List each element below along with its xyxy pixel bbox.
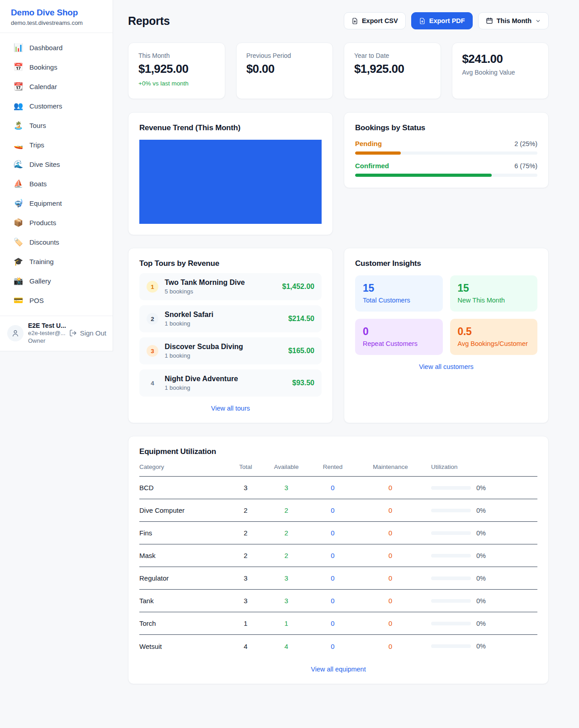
export-csv-button[interactable]: Export CSV xyxy=(344,12,406,29)
tours-icon: 🏝️ xyxy=(14,122,23,129)
sign-out-icon xyxy=(69,329,77,337)
sidebar-item-gallery[interactable]: 📸 Gallery xyxy=(0,271,113,291)
equipment-available: 2 xyxy=(261,529,311,537)
revenue-trend-card: Revenue Trend (This Month) xyxy=(128,112,333,235)
tour-name: Night Dive Adventure xyxy=(165,375,292,383)
sidebar-item-products[interactable]: 📦 Products xyxy=(0,213,113,232)
sidebar-item-label: Dashboard xyxy=(29,44,62,52)
sidebar-item-dashboard[interactable]: 📊 Dashboard xyxy=(0,38,113,57)
sidebar-item-label: Equipment xyxy=(29,199,62,207)
insight-tile-avg-bookings: 0.5 Avg Bookings/Customer xyxy=(450,319,538,355)
sidebar-item-equipment[interactable]: 🤿 Equipment xyxy=(0,194,113,213)
sidebar-item-trips[interactable]: 🚤 Trips xyxy=(0,135,113,155)
equipment-total: 3 xyxy=(230,574,261,582)
equipment-available: 2 xyxy=(261,552,311,559)
tour-list-item[interactable]: 1 Two Tank Morning Dive 5 bookings $1,45… xyxy=(139,273,322,300)
equipment-available: 4 xyxy=(261,643,311,650)
utilization-bar xyxy=(431,531,471,535)
status-progress-fill xyxy=(355,151,401,155)
table-row: Mask 2 2 0 0 0% xyxy=(139,544,537,567)
discounts-icon: 🏷️ xyxy=(14,238,23,246)
tile-value: 0 xyxy=(363,326,435,338)
stat-value: $241.00 xyxy=(462,52,539,66)
equipment-icon: 🤿 xyxy=(14,199,23,207)
sidebar-item-label: Customers xyxy=(29,102,62,110)
sidebar-item-label: Calendar xyxy=(29,83,57,90)
sidebar-item-discounts[interactable]: 🏷️ Discounts xyxy=(0,232,113,252)
equipment-rented: 0 xyxy=(311,597,354,605)
shop-name[interactable]: Demo Dive Shop xyxy=(11,8,102,18)
user-email: e2e-tester@... xyxy=(28,330,69,337)
sign-out-button[interactable]: Sign Out xyxy=(69,329,106,337)
equipment-maintenance: 0 xyxy=(354,484,427,492)
customer-insights-title: Customer Insights xyxy=(355,259,537,268)
stat-card-avg-booking-value: $241.00 Avg Booking Value xyxy=(452,43,549,99)
view-all-tours-link[interactable]: View all tours xyxy=(139,405,322,412)
table-row: Tank 3 3 0 0 0% xyxy=(139,590,537,612)
period-dropdown[interactable]: This Month xyxy=(478,12,549,29)
insights-grid: 15 Total Customers 15 New This Month 0 R… xyxy=(355,275,537,355)
dive-sites-icon: 🌊 xyxy=(14,161,23,168)
equipment-utilization-title: Equipment Utilization xyxy=(139,447,537,456)
sidebar-item-dive-sites[interactable]: 🌊 Dive Sites xyxy=(0,155,113,174)
tour-name: Snorkel Safari xyxy=(165,311,288,319)
user-name: E2E Test U... xyxy=(28,321,69,330)
tour-name: Two Tank Morning Dive xyxy=(165,279,282,287)
sidebar: Demo Dive Shop demo.test.divestreams.com… xyxy=(0,0,113,351)
sign-out-label: Sign Out xyxy=(80,329,106,337)
insight-tile-total-customers: 15 Total Customers xyxy=(355,275,443,312)
file-download-icon xyxy=(419,18,426,24)
stat-label: Avg Booking Value xyxy=(462,69,539,76)
equipment-total: 3 xyxy=(230,597,261,605)
main-content: Reports Export CSV Exp xyxy=(113,0,579,684)
equipment-rented: 0 xyxy=(311,529,354,537)
sidebar-item-boats[interactable]: ⛵ Boats xyxy=(0,174,113,194)
sidebar-item-pos[interactable]: 💳 POS xyxy=(0,291,113,310)
equipment-table-header: Category Total Available Rented Maintena… xyxy=(139,463,537,477)
export-pdf-button[interactable]: Export PDF xyxy=(411,12,473,29)
utilization-bar xyxy=(431,554,471,558)
sidebar-item-customers[interactable]: 👥 Customers xyxy=(0,96,113,116)
tour-list-item[interactable]: 4 Night Dive Adventure 1 booking $93.50 xyxy=(139,369,322,397)
tile-label: Repeat Customers xyxy=(363,340,435,347)
page-header: Reports Export CSV Exp xyxy=(128,12,549,29)
sidebar-item-bookings[interactable]: 📅 Bookings xyxy=(0,57,113,77)
status-progress-fill xyxy=(355,174,492,177)
sidebar-item-calendar[interactable]: 📆 Calendar xyxy=(0,77,113,96)
sidebar-item-training[interactable]: 🎓 Training xyxy=(0,252,113,271)
sidebar-item-label: Dive Sites xyxy=(29,161,60,168)
stat-label: This Month xyxy=(138,52,215,59)
training-icon: 🎓 xyxy=(14,258,23,265)
sidebar-item-tours[interactable]: 🏝️ Tours xyxy=(0,116,113,135)
table-row: Fins 2 2 0 0 0% xyxy=(139,522,537,544)
equipment-rented: 0 xyxy=(311,506,354,514)
stat-change: +0% vs last month xyxy=(138,80,215,87)
utilization-bar xyxy=(431,577,471,580)
stat-label: Previous Period xyxy=(247,52,323,59)
equipment-category: BCD xyxy=(139,484,230,492)
equipment-maintenance: 0 xyxy=(354,552,427,559)
period-label: This Month xyxy=(497,17,532,24)
stats-row: This Month $1,925.00 +0% vs last month P… xyxy=(128,43,549,99)
utilization-bar xyxy=(431,509,471,512)
table-row: Dive Computer 2 2 0 0 0% xyxy=(139,499,537,522)
equipment-utilization-card: Equipment Utilization Category Total Ava… xyxy=(128,436,549,684)
status-row-confirmed: Confirmed 6 (75%) xyxy=(355,162,537,177)
tour-list-item[interactable]: 2 Snorkel Safari 1 booking $214.50 xyxy=(139,305,322,332)
utilization-percent: 0% xyxy=(476,484,486,492)
sidebar-item-label: Discounts xyxy=(29,238,59,246)
view-all-customers-link[interactable]: View all customers xyxy=(355,363,537,370)
page-title: Reports xyxy=(128,14,170,28)
table-row: Torch 1 1 0 0 0% xyxy=(139,612,537,635)
tour-list-item[interactable]: 3 Discover Scuba Diving 1 booking $165.0… xyxy=(139,337,322,364)
equipment-available: 2 xyxy=(261,506,311,514)
column-header-utilization: Utilization xyxy=(427,463,537,470)
utilization-percent: 0% xyxy=(476,507,486,514)
equipment-category: Fins xyxy=(139,529,230,537)
tour-bookings: 5 bookings xyxy=(165,288,282,295)
revenue-trend-chart xyxy=(139,140,322,224)
utilization-bar xyxy=(431,644,471,648)
view-all-equipment-link[interactable]: View all equipment xyxy=(139,666,537,673)
tour-revenue: $165.00 xyxy=(288,347,314,355)
tour-name: Discover Scuba Diving xyxy=(165,343,288,351)
